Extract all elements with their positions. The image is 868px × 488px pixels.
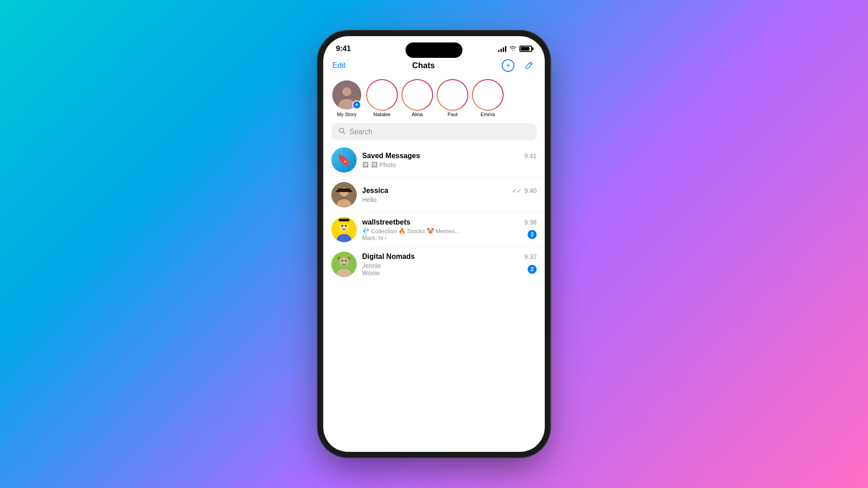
digital-nomads-content: Digital Nomads 9:32 Jennie Woow 2 — [362, 253, 537, 277]
saved-messages-content: Saved Messages 9:41 🖼 🖼 Photo — [362, 152, 537, 169]
chat-name-digital: Digital Nomads — [362, 253, 415, 261]
chat-item-wsb[interactable]: wallstreetbets 9:38 💎 Collection 🔥 Stock… — [323, 212, 545, 247]
status-icons — [498, 45, 532, 52]
chat-time-wsb: 9:38 — [524, 219, 537, 226]
story-item-emma[interactable]: Emma — [473, 80, 502, 117]
story-avatar-wrap-emma — [473, 80, 502, 109]
chat-time-saved: 9:41 — [524, 152, 537, 160]
double-check-icon: ✓✓ — [512, 188, 522, 194]
search-icon — [339, 127, 346, 136]
chat-name-wsb: wallstreetbets — [362, 218, 410, 226]
story-name-emma: Emma — [481, 112, 495, 117]
edit-button[interactable]: Edit — [332, 61, 345, 70]
circle-plus-icon: + — [502, 59, 514, 72]
chat-preview-digital-msg: Woow — [362, 269, 489, 277]
svg-rect-27 — [339, 219, 349, 221]
chat-preview-wsb-mark: Mark: hi › — [362, 235, 489, 241]
story-ring-paul — [437, 79, 468, 111]
digital-nomads-avatar — [331, 252, 357, 277]
story-name-my-story: My Story — [337, 112, 356, 117]
wsb-badge: 2 — [528, 230, 537, 239]
svg-point-24 — [341, 225, 343, 227]
chat-item-saved-messages[interactable]: 🔖 Saved Messages 9:41 🖼 🖼 Photo — [323, 143, 545, 177]
story-name-natalee: Natalee — [373, 112, 391, 117]
chat-item-digital-nomads[interactable]: Digital Nomads 9:32 Jennie Woow 2 — [323, 247, 545, 282]
chat-preview-wsb-tags: 💎 Collection 🔥 Stocks 🤡 Memes... — [362, 228, 489, 235]
story-name-paul: Paul — [448, 112, 458, 117]
story-name-alina: Alina — [412, 112, 423, 117]
add-story-badge: + — [352, 100, 361, 109]
dynamic-island — [406, 42, 462, 58]
chat-preview-digital-name: Jennie — [362, 262, 489, 269]
stories-row: + My Story Natalee — [323, 77, 545, 123]
story-avatar-wrap-natalee — [368, 80, 396, 109]
chat-list: 🔖 Saved Messages 9:41 🖼 🖼 Photo — [323, 143, 545, 452]
svg-point-1 — [342, 87, 351, 96]
story-ring-alina — [401, 79, 433, 111]
chat-item-jessica[interactable]: Jessica ✓✓ 9:40 Hello — [323, 178, 545, 212]
page-title: Chats — [412, 61, 435, 70]
signal-bars-icon — [498, 46, 506, 52]
digital-badge: 2 — [528, 265, 537, 274]
add-conversation-button[interactable]: + — [501, 59, 515, 72]
chat-preview-jessica: Hello — [362, 196, 377, 203]
header-actions: + — [501, 59, 536, 72]
bookmark-icon: 🔖 — [337, 153, 351, 167]
story-ring-emma — [472, 79, 504, 111]
svg-point-31 — [341, 260, 343, 262]
chat-preview-saved: 🖼 🖼 Photo — [362, 161, 396, 169]
story-avatar-wrap: + — [332, 80, 361, 109]
chat-time-jessica: ✓✓ 9:40 — [512, 187, 537, 194]
story-avatar-wrap-alina — [403, 80, 432, 109]
svg-rect-20 — [336, 190, 352, 192]
wsb-content: wallstreetbets 9:38 💎 Collection 🔥 Stock… — [362, 218, 537, 241]
wsb-avatar — [331, 217, 357, 242]
saved-messages-avatar: 🔖 — [331, 147, 357, 173]
chat-name-saved: Saved Messages — [362, 152, 420, 160]
wifi-icon — [509, 45, 517, 52]
svg-point-32 — [345, 260, 347, 262]
phone-frame: 9:41 Edit Chats — [323, 36, 545, 452]
story-item-my-story[interactable]: + My Story — [332, 80, 361, 117]
compose-icon — [524, 61, 534, 70]
battery-icon — [519, 46, 532, 52]
search-bar[interactable]: Search — [331, 123, 537, 140]
jessica-avatar — [331, 182, 357, 207]
story-item-alina[interactable]: Alina — [403, 80, 432, 117]
svg-point-25 — [345, 225, 347, 227]
story-avatar-wrap-paul — [438, 80, 467, 109]
compose-button[interactable] — [522, 59, 536, 72]
story-ring-natalee — [366, 79, 398, 111]
story-item-natalee[interactable]: Natalee — [368, 80, 396, 117]
status-time: 9:41 — [336, 44, 351, 53]
search-placeholder: Search — [349, 128, 373, 136]
story-item-paul[interactable]: Paul — [438, 80, 467, 117]
header: Edit Chats + — [323, 57, 545, 77]
jessica-content: Jessica ✓✓ 9:40 Hello — [362, 187, 537, 203]
chat-name-jessica: Jessica — [362, 187, 388, 195]
chat-time-digital: 9:32 — [524, 253, 537, 260]
